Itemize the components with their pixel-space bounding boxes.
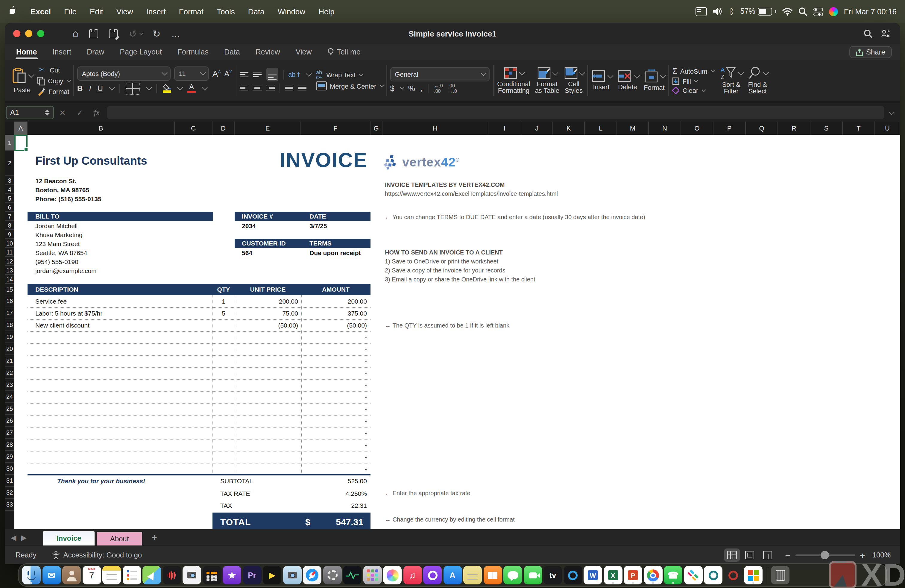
tab-draw[interactable]: Draw [79, 44, 112, 60]
clear-button[interactable]: Clear [672, 87, 713, 94]
row-header-12[interactable]: 12 [5, 257, 14, 266]
menu-format[interactable]: Format [172, 7, 210, 16]
row-header-21[interactable]: 21 [5, 355, 14, 367]
zoom-slider-knob[interactable] [820, 551, 829, 559]
dock-apple-tv-icon[interactable]: tv [543, 566, 562, 585]
dock-maps-icon[interactable] [143, 566, 161, 585]
row-header-17[interactable]: 17 [5, 307, 14, 319]
align-top-button[interactable] [240, 72, 248, 77]
dock-messages-icon[interactable] [503, 566, 522, 585]
dock-word-icon[interactable]: W [584, 566, 602, 585]
dock-finder-icon[interactable] [22, 566, 41, 585]
tab-page-layout[interactable]: Page Layout [112, 44, 169, 60]
tab-data[interactable]: Data [216, 44, 248, 60]
row-header-2[interactable]: 2 [5, 151, 14, 176]
dock-voice-memos-icon[interactable] [162, 566, 181, 585]
battery-indicator[interactable]: 57% [740, 7, 776, 16]
row-header-18[interactable]: 18 [5, 319, 14, 331]
column-header-M[interactable]: M [617, 122, 649, 135]
tab-view[interactable]: View [288, 44, 320, 60]
percent-format-button[interactable]: % [408, 84, 415, 93]
row-header-31[interactable]: 31 [5, 475, 14, 487]
dock-mail-icon[interactable]: ✉ [42, 566, 61, 585]
underline-button[interactable]: U [97, 84, 103, 93]
row-header-32[interactable]: 32 [5, 487, 14, 499]
close-window-button[interactable] [13, 30, 21, 37]
column-header-K[interactable]: K [553, 122, 585, 135]
row-header-9[interactable]: 9 [5, 230, 14, 239]
dock-imovie-icon[interactable]: ★ [223, 566, 241, 585]
sheet-tab-about[interactable]: About [96, 531, 143, 545]
borders-button[interactable] [126, 82, 140, 94]
page-break-view-button[interactable] [760, 548, 776, 562]
menu-tools[interactable]: Tools [210, 7, 241, 16]
row-header-22[interactable]: 22 [5, 367, 14, 379]
row-header-15[interactable]: 15 [5, 284, 14, 295]
dock-contacts-icon[interactable] [62, 566, 81, 585]
find-select-button[interactable]: Find & Select [748, 60, 767, 100]
column-header-U[interactable]: U [875, 122, 900, 135]
conditional-formatting-button[interactable]: Conditional Formatting [497, 60, 530, 100]
dock-excel-icon[interactable]: X [603, 566, 622, 585]
row-headers[interactable]: 1234567891011121314151617181920212223242… [5, 135, 14, 529]
window-title-bar[interactable]: ⌂ ↺ ↻ … Simple service invoice1 [5, 23, 900, 44]
active-cell-selection[interactable] [14, 135, 27, 151]
siri-icon[interactable] [829, 7, 838, 16]
dock-reminders-icon[interactable] [122, 566, 141, 585]
dock-premiere-pro-icon[interactable]: Pr [243, 566, 261, 585]
menu-window[interactable]: Window [271, 7, 312, 16]
tab-tell-me[interactable]: Tell me [320, 44, 368, 60]
align-middle-button[interactable] [253, 72, 261, 77]
font-size-combo[interactable]: 11 [174, 66, 209, 81]
row-header-10[interactable]: 10 [5, 239, 14, 248]
confirm-entry-icon[interactable]: ✓ [76, 108, 83, 117]
row-header-3[interactable]: 3 [5, 176, 14, 185]
home-icon[interactable]: ⌂ [72, 27, 79, 40]
save-icon[interactable] [89, 29, 98, 38]
row-header-11[interactable]: 11 [5, 248, 14, 257]
row-header-23[interactable]: 23 [5, 379, 14, 391]
redo-icon[interactable]: ↻ [152, 28, 160, 39]
control-center-icon[interactable] [813, 8, 823, 15]
comma-format-button[interactable]: , [421, 84, 422, 93]
dock-podcasts-icon[interactable] [423, 566, 442, 585]
row-header-20[interactable]: 20 [5, 343, 14, 355]
column-header-I[interactable]: I [488, 122, 521, 135]
menu-insert[interactable]: Insert [140, 7, 172, 16]
row-header-6[interactable]: 6 [5, 203, 14, 212]
dock-whatsapp-icon[interactable]: ☎ [664, 566, 682, 585]
dock-chrome-icon[interactable] [644, 566, 662, 585]
wrap-text-button[interactable]: abc↵ Wrap Text [316, 70, 382, 79]
row-header-29[interactable]: 29 [5, 451, 14, 463]
dock-music-icon[interactable]: ♫ [403, 566, 422, 585]
row-header-13[interactable]: 13 [5, 266, 14, 275]
increase-indent-button[interactable] [298, 85, 306, 91]
apple-menu-icon[interactable] [0, 6, 24, 17]
more-commands-icon[interactable]: … [171, 29, 180, 39]
dock-system-settings-icon[interactable] [323, 566, 341, 585]
font-name-combo[interactable]: Aptos (Body) [77, 66, 171, 81]
align-center-button[interactable] [253, 85, 261, 91]
dock-stats-icon[interactable] [724, 566, 743, 585]
tab-formulas[interactable]: Formulas [170, 44, 216, 60]
bold-button[interactable]: B [77, 84, 83, 93]
column-header-F[interactable]: F [301, 122, 370, 135]
row-header-26[interactable]: 26 [5, 415, 14, 427]
column-header-D[interactable]: D [213, 122, 235, 135]
dock-trash-icon[interactable] [771, 566, 789, 585]
column-header-L[interactable]: L [585, 122, 617, 135]
decrease-indent-button[interactable] [284, 85, 293, 91]
menu-data[interactable]: Data [241, 7, 271, 16]
dock-books-icon[interactable] [483, 566, 502, 585]
format-painter-button[interactable]: Format [37, 87, 70, 95]
accessibility-status[interactable]: Accessibility: Good to go [52, 551, 142, 559]
cut-button[interactable]: ✂Cut [37, 65, 70, 75]
expand-formula-bar-icon[interactable] [889, 109, 895, 114]
row-header-28[interactable]: 28 [5, 439, 14, 451]
column-header-A[interactable]: A [14, 122, 27, 135]
row-header-30[interactable]: 30 [5, 463, 14, 475]
insert-cells-button[interactable]: Insert [591, 60, 611, 100]
normal-view-button[interactable] [724, 548, 740, 562]
row-header-27[interactable]: 27 [5, 427, 14, 439]
bluetooth-icon[interactable]: ᛒ [729, 6, 734, 16]
